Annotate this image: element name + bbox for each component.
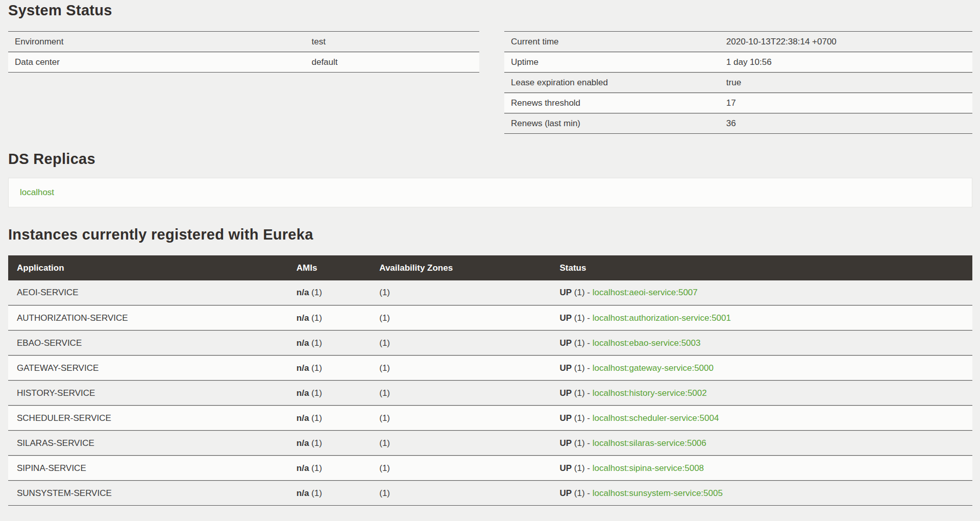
status-cell: UP (1) - localhost:sipina-service:5008 <box>551 456 972 481</box>
amis-cell: n/a (1) <box>288 406 371 431</box>
application-cell: HISTORY-SERVICE <box>8 381 288 406</box>
ami-count: (1) <box>311 388 322 398</box>
instance-row: AEOI-SERVICE n/a (1) (1) UP (1) - localh… <box>8 280 972 305</box>
status-separator: - <box>587 413 590 423</box>
kv-value: 1 day 10:56 <box>720 52 972 73</box>
instance-row: HISTORY-SERVICE n/a (1) (1) UP (1) - loc… <box>8 381 972 406</box>
instance-row: GATEWAY-SERVICE n/a (1) (1) UP (1) - loc… <box>8 356 972 381</box>
status-cell: UP (1) - localhost:silaras-service:5006 <box>551 431 972 456</box>
runtime-info-row: Renews (last min) 36 <box>504 113 972 134</box>
application-cell: SIPINA-SERVICE <box>8 456 288 481</box>
zones-cell: (1) <box>371 356 551 381</box>
instance-row: SUNSYSTEM-SERVICE n/a (1) (1) UP (1) - l… <box>8 481 972 506</box>
application-cell: GATEWAY-SERVICE <box>8 356 288 381</box>
kv-value: 36 <box>720 113 972 134</box>
column-availability-zones: Availability Zones <box>371 255 551 280</box>
column-amis: AMIs <box>288 255 371 280</box>
status-count: (1) <box>574 488 585 498</box>
amis-cell: n/a (1) <box>288 431 371 456</box>
zones-cell: (1) <box>371 456 551 481</box>
instance-link[interactable]: localhost:history-service:5002 <box>593 388 707 398</box>
instance-row: SILARAS-SERVICE n/a (1) (1) UP (1) - loc… <box>8 431 972 456</box>
zones-cell: (1) <box>371 280 551 305</box>
runtime-info-row: Lease expiration enabled true <box>504 73 972 93</box>
status-value: UP <box>559 313 572 323</box>
ami-value: n/a <box>297 463 309 473</box>
amis-cell: n/a (1) <box>288 381 371 406</box>
status-separator: - <box>587 313 590 323</box>
status-value: UP <box>559 288 572 297</box>
ami-value: n/a <box>297 313 309 323</box>
ds-replicas-panel: localhost <box>8 178 972 207</box>
status-value: UP <box>559 438 572 448</box>
kv-label: Renews threshold <box>504 93 720 113</box>
runtime-info-table-body: Current time 2020-10-13T22:38:14 +0700 U… <box>504 32 972 134</box>
instance-row: SIPINA-SERVICE n/a (1) (1) UP (1) - loca… <box>8 456 972 481</box>
status-separator: - <box>587 488 590 498</box>
application-cell: SCHEDULER-SERVICE <box>8 406 288 431</box>
status-value: UP <box>559 463 572 473</box>
environment-row: Data center default <box>8 52 479 73</box>
kv-label: Renews (last min) <box>504 113 720 134</box>
environment-table-body: Environment test Data center default <box>8 32 479 73</box>
ami-count: (1) <box>311 463 322 473</box>
instance-link[interactable]: localhost:gateway-service:5000 <box>593 363 714 373</box>
kv-label: Lease expiration enabled <box>504 73 720 93</box>
column-application: Application <box>8 255 288 280</box>
runtime-info-row: Current time 2020-10-13T22:38:14 +0700 <box>504 32 972 52</box>
kv-label: Environment <box>8 32 305 52</box>
zones-cell: (1) <box>371 305 551 330</box>
application-cell: AEOI-SERVICE <box>8 280 288 305</box>
ami-count: (1) <box>311 288 322 297</box>
system-status-panel: Environment test Data center default Cur… <box>8 31 972 134</box>
instance-link[interactable]: localhost:sipina-service:5008 <box>593 463 704 473</box>
instance-link[interactable]: localhost:ebao-service:5003 <box>593 338 701 348</box>
application-cell: SUNSYSTEM-SERVICE <box>8 481 288 506</box>
status-count: (1) <box>574 413 585 423</box>
instance-link[interactable]: localhost:authorization-service:5001 <box>593 313 731 323</box>
runtime-info-table: Current time 2020-10-13T22:38:14 +0700 U… <box>504 31 972 134</box>
zones-cell: (1) <box>371 481 551 506</box>
status-separator: - <box>587 463 590 473</box>
replica-link[interactable]: localhost <box>20 187 54 198</box>
environment-table: Environment test Data center default <box>8 31 479 73</box>
instances-heading: Instances currently registered with Eure… <box>8 226 972 243</box>
status-cell: UP (1) - localhost:authorization-service… <box>551 305 972 330</box>
instance-row: EBAO-SERVICE n/a (1) (1) UP (1) - localh… <box>8 330 972 356</box>
ami-value: n/a <box>297 413 309 423</box>
kv-value: test <box>305 32 479 52</box>
ami-count: (1) <box>311 413 322 423</box>
status-cell: UP (1) - localhost:aeoi-service:5007 <box>551 280 972 305</box>
kv-value: true <box>720 73 972 93</box>
status-separator: - <box>587 438 590 448</box>
ds-replicas-heading: DS Replicas <box>8 150 972 168</box>
instances-header-row: Application AMIs Availability Zones Stat… <box>8 255 972 280</box>
status-value: UP <box>559 388 572 398</box>
ami-count: (1) <box>311 488 322 498</box>
ami-value: n/a <box>297 288 309 297</box>
amis-cell: n/a (1) <box>288 305 371 330</box>
kv-label: Current time <box>504 32 720 52</box>
instance-link[interactable]: localhost:aeoi-service:5007 <box>593 288 698 297</box>
status-value: UP <box>559 338 572 348</box>
status-count: (1) <box>574 438 585 448</box>
instances-table-body: AEOI-SERVICE n/a (1) (1) UP (1) - localh… <box>8 280 972 506</box>
eureka-dashboard-page: System Status Environment test Data cent… <box>0 0 980 506</box>
amis-cell: n/a (1) <box>288 356 371 381</box>
status-count: (1) <box>574 288 585 297</box>
environment-row: Environment test <box>8 32 479 52</box>
status-separator: - <box>587 388 590 398</box>
ami-count: (1) <box>311 338 322 348</box>
status-value: UP <box>559 488 572 498</box>
kv-label: Uptime <box>504 52 720 73</box>
status-count: (1) <box>574 363 585 373</box>
status-value: UP <box>559 413 572 423</box>
status-cell: UP (1) - localhost:scheduler-service:500… <box>551 406 972 431</box>
instances-table-header: Application AMIs Availability Zones Stat… <box>8 255 972 280</box>
kv-value: 17 <box>720 93 972 113</box>
ami-count: (1) <box>311 438 322 448</box>
instance-link[interactable]: localhost:scheduler-service:5004 <box>593 413 719 423</box>
zones-cell: (1) <box>371 431 551 456</box>
instance-link[interactable]: localhost:silaras-service:5006 <box>593 438 706 448</box>
instance-link[interactable]: localhost:sunsystem-service:5005 <box>593 488 723 498</box>
